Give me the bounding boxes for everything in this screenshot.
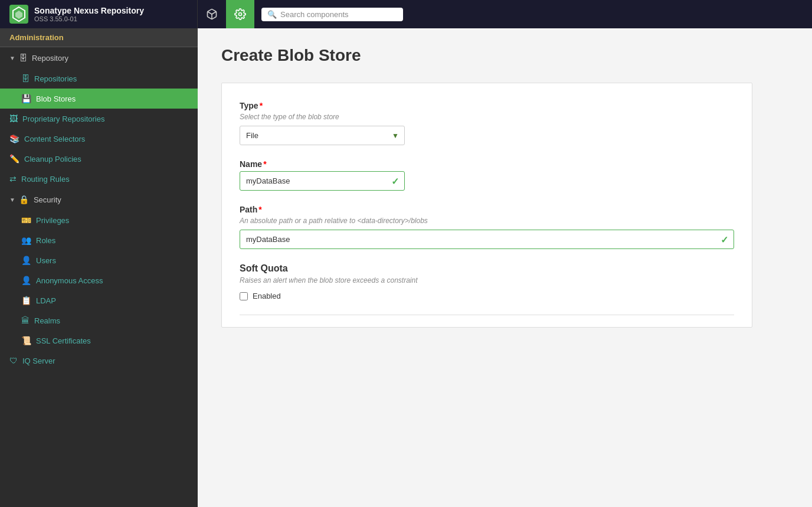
type-label: Type* [240, 101, 734, 110]
quota-enabled-row: Enabled [240, 292, 734, 300]
repositories-icon: 🗄 [21, 74, 30, 83]
name-section: Name* ✓ [240, 159, 734, 191]
path-hint: An absolute path or a path relative to <… [240, 217, 734, 225]
brand-version: OSS 3.55.0-01 [34, 15, 144, 22]
sidebar-item-anonymous-access-label: Anonymous Access [36, 276, 103, 285]
sidebar-item-cleanup-policies[interactable]: ✏️ Cleanup Policies [0, 149, 198, 169]
admin-label: Administration [0, 28, 198, 47]
search-placeholder: Search components [280, 10, 349, 19]
sidebar-item-realms-label: Realms [34, 316, 60, 325]
ldap-icon: 📋 [21, 296, 31, 305]
sidebar-item-privileges-label: Privileges [36, 216, 69, 225]
path-valid-check-icon: ✓ [721, 234, 728, 245]
path-section: Path* An absolute path or a path relativ… [240, 205, 734, 249]
search-bar[interactable]: 🔍 Search components [261, 8, 403, 21]
topbar-icons: 🔍 Search components [198, 0, 403, 28]
realms-icon: 🏛 [21, 316, 30, 325]
sidebar-item-content-selectors-label: Content Selectors [24, 135, 85, 143]
content-area: Create Blob Store Type* Select the type … [198, 28, 812, 507]
brand-logo-icon [9, 5, 28, 24]
sidebar-item-blob-stores-label: Blob Stores [36, 94, 76, 103]
name-valid-check-icon: ✓ [391, 175, 399, 187]
sidebar-item-ldap[interactable]: 📋 LDAP [0, 290, 198, 310]
sidebar-item-routing-rules[interactable]: ⇄ Routing Rules [0, 169, 198, 189]
quota-enabled-label[interactable]: Enabled [253, 292, 281, 300]
sidebar-item-ssl-certificates[interactable]: 📜 SSL Certificates [0, 331, 198, 351]
quota-enabled-checkbox[interactable] [240, 292, 248, 300]
security-chevron-icon: ▼ [9, 197, 15, 203]
users-icon: 👤 [21, 256, 31, 265]
type-select[interactable]: File S3 [240, 126, 405, 145]
cleanup-policies-icon: ✏️ [9, 154, 19, 163]
path-label: Path* [240, 205, 734, 214]
sidebar-item-iq-server-label: IQ Server [22, 356, 55, 365]
ssl-certificates-icon: 📜 [21, 336, 31, 345]
sidebar-item-roles-label: Roles [36, 236, 55, 245]
roles-icon: 👥 [21, 235, 31, 245]
type-section: Type* Select the type of the blob store … [240, 101, 734, 145]
quota-label: Soft Quota [240, 263, 734, 274]
sidebar-item-anonymous-access[interactable]: 👤 Anonymous Access [0, 270, 198, 290]
sidebar-item-proprietary-repositories[interactable]: 🖼 Proprietary Repositories [0, 109, 198, 129]
sidebar-item-blob-stores[interactable]: 💾 Blob Stores [0, 89, 198, 109]
sidebar-section-security-label: Security [34, 195, 61, 204]
sidebar-item-users[interactable]: 👤 Users [0, 250, 198, 270]
content-selectors-icon: 📚 [9, 134, 19, 143]
main-layout: Administration ▼ 🗄 Repository 🗄 Reposito… [0, 28, 812, 507]
sidebar: Administration ▼ 🗄 Repository 🗄 Reposito… [0, 28, 198, 507]
svg-point-4 [239, 13, 242, 16]
sidebar-item-ssl-certificates-label: SSL Certificates [36, 336, 91, 345]
topbar: Sonatype Nexus Repository OSS 3.55.0-01 … [0, 0, 812, 28]
quota-hint: Raises an alert when the blob store exce… [240, 276, 734, 284]
sidebar-item-repositories-label: Repositories [34, 74, 77, 83]
name-label: Name* [240, 159, 734, 169]
sidebar-section-security[interactable]: ▼ 🔒 Security [0, 189, 198, 210]
name-input[interactable] [240, 171, 405, 191]
path-input-wrapper: ✓ [240, 230, 734, 249]
sidebar-section-repository-label: Repository [32, 54, 68, 63]
settings-button[interactable] [226, 0, 254, 28]
quota-section: Soft Quota Raises an alert when the blob… [240, 263, 734, 300]
brand-name: Sonatype Nexus Repository [34, 6, 144, 16]
privileges-icon: 🎫 [21, 215, 31, 225]
path-required-star: * [258, 205, 261, 214]
sidebar-item-content-selectors[interactable]: 📚 Content Selectors [0, 129, 198, 149]
sidebar-item-roles[interactable]: 👥 Roles [0, 230, 198, 250]
search-icon: 🔍 [267, 10, 277, 19]
brand-text: Sonatype Nexus Repository OSS 3.55.0-01 [34, 6, 144, 23]
sidebar-item-privileges[interactable]: 🎫 Privileges [0, 210, 198, 230]
name-required-star: * [263, 159, 266, 169]
repository-icon: 🗄 [19, 53, 27, 63]
iq-server-icon: 🛡 [9, 356, 18, 365]
type-required-star: * [260, 101, 263, 110]
anonymous-access-icon: 👤 [21, 276, 31, 285]
sidebar-item-ldap-label: LDAP [36, 296, 56, 305]
type-hint: Select the type of the blob store [240, 113, 734, 121]
routing-rules-icon: ⇄ [9, 174, 17, 184]
form-divider [240, 315, 734, 315]
sidebar-item-proprietary-label: Proprietary Repositories [22, 115, 104, 123]
sidebar-item-users-label: Users [36, 256, 56, 265]
sidebar-item-realms[interactable]: 🏛 Realms [0, 310, 198, 331]
proprietary-icon: 🖼 [9, 114, 18, 123]
path-input[interactable] [240, 230, 734, 249]
name-input-wrapper: ✓ [240, 171, 405, 191]
sidebar-section-repository[interactable]: ▼ 🗄 Repository [0, 47, 198, 68]
sidebar-item-routing-rules-label: Routing Rules [21, 175, 70, 184]
sidebar-item-cleanup-policies-label: Cleanup Policies [24, 155, 81, 163]
security-icon: 🔒 [19, 195, 29, 204]
blob-stores-icon: 💾 [21, 94, 31, 103]
brand: Sonatype Nexus Repository OSS 3.55.0-01 [0, 0, 198, 28]
browse-button[interactable] [198, 0, 226, 28]
page-title: Create Blob Store [221, 46, 788, 65]
sidebar-item-repositories[interactable]: 🗄 Repositories [0, 68, 198, 89]
chevron-down-icon: ▼ [9, 55, 15, 61]
form-card: Type* Select the type of the blob store … [221, 83, 752, 328]
sidebar-item-iq-server[interactable]: 🛡 IQ Server [0, 351, 198, 371]
type-select-wrapper: File S3 ▼ [240, 126, 405, 145]
